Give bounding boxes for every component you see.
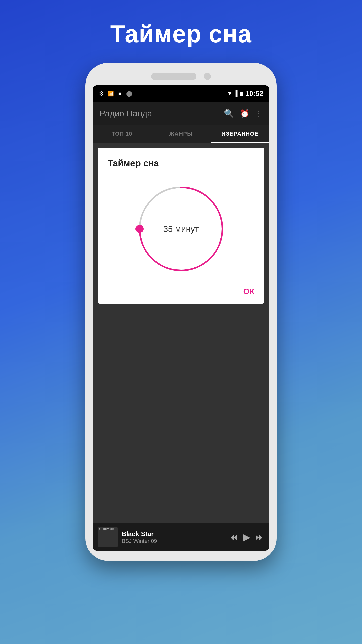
play-button[interactable]: ▶ <box>243 532 250 543</box>
rewind-button[interactable]: ⏮ <box>229 532 238 542</box>
svg-point-2 <box>135 225 144 233</box>
ok-button[interactable]: ОК <box>243 287 254 296</box>
bottom-player: SILENT HI! Black Star BSJ Winter 09 ⏮ ▶ … <box>93 523 269 551</box>
tabs: ТОП 10 ЖАНРЫ ИЗБРАННОЕ <box>93 125 269 143</box>
signal-icon: ▐ <box>234 90 238 97</box>
settings-icon: ⚙ <box>99 90 104 97</box>
page-title: Таймер сна <box>110 20 252 48</box>
app-bar: Радио Панда 🔍 ⏰ ⋮ <box>93 102 269 125</box>
phone-speaker <box>151 73 196 80</box>
status-time: 10:52 <box>245 90 263 98</box>
player-title: Black Star <box>122 530 225 538</box>
app-title: Радио Панда <box>100 109 152 118</box>
more-icon[interactable]: ⋮ <box>255 109 262 118</box>
player-thumbnail: SILENT HI! <box>98 527 118 547</box>
wifi-icon: ▾ <box>228 90 231 97</box>
player-info: Black Star BSJ Winter 09 <box>122 530 225 544</box>
dialog-card: Таймер сна 35 минут ОК <box>98 148 264 304</box>
forward-button[interactable]: ⏭ <box>255 532 264 542</box>
alarm-icon[interactable]: ⏰ <box>240 109 249 118</box>
player-controls: ⏮ ▶ ⏭ <box>229 532 264 543</box>
tab-favorites[interactable]: ИЗБРАННОЕ <box>210 125 269 143</box>
battery-icon: ▮ <box>240 90 243 97</box>
search-icon[interactable]: 🔍 <box>224 109 234 118</box>
dialog-title: Таймер сна <box>108 158 159 169</box>
phone-camera <box>204 73 211 80</box>
tab-genres[interactable]: ЖАНРЫ <box>152 125 211 143</box>
radio-icon: 📶 <box>108 91 114 97</box>
dot-icon: ⬤ <box>126 90 132 97</box>
timer-container[interactable]: 35 минут <box>128 176 234 282</box>
phone-top <box>93 73 269 80</box>
content-area: Таймер сна 35 минут ОК <box>93 143 269 551</box>
phone-screen: ⚙ 📶 ▣ ⬤ ▾ ▐ ▮ 10:52 Радио Панда 🔍 ⏰ ⋮ <box>93 85 269 551</box>
status-icons-right: ▾ ▐ ▮ 10:52 <box>228 90 263 98</box>
status-icons-left: ⚙ 📶 ▣ ⬤ <box>99 90 132 97</box>
nfc-icon: ▣ <box>117 90 123 97</box>
timer-label: 35 минут <box>163 224 199 234</box>
app-bar-icons: 🔍 ⏰ ⋮ <box>224 109 262 118</box>
player-subtitle: BSJ Winter 09 <box>122 538 225 544</box>
player-thumb-label: SILENT HI! <box>99 528 114 531</box>
phone-frame: ⚙ 📶 ▣ ⬤ ▾ ▐ ▮ 10:52 Радио Панда 🔍 ⏰ ⋮ <box>85 63 277 561</box>
status-bar: ⚙ 📶 ▣ ⬤ ▾ ▐ ▮ 10:52 <box>93 85 269 102</box>
tab-top10[interactable]: ТОП 10 <box>93 125 152 143</box>
